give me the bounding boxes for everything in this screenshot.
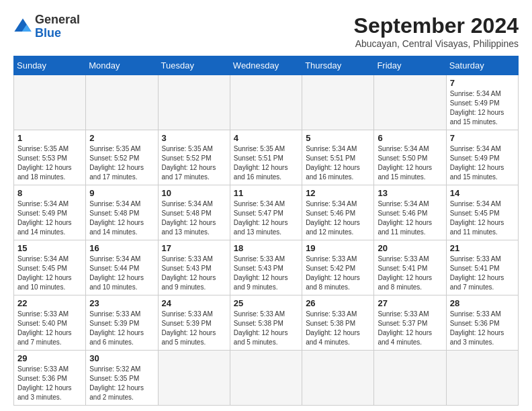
day-number: 13 [378,188,442,198]
logo-text: General Blue [35,13,80,40]
week-row: 8Sunrise: 5:34 AMSunset: 5:49 PMDaylight… [14,185,519,240]
day-number: 18 [234,243,298,253]
calendar-cell: 12Sunrise: 5:34 AMSunset: 5:46 PMDayligh… [302,185,374,240]
calendar-cell [302,75,374,130]
day-detail: Sunrise: 5:35 AMSunset: 5:52 PMDaylight:… [162,144,226,182]
weekday-header: Saturday [446,56,518,75]
day-number: 25 [234,298,298,308]
day-detail: Sunrise: 5:34 AMSunset: 5:49 PMDaylight:… [17,199,82,237]
day-detail: Sunrise: 5:33 AMSunset: 5:39 PMDaylight:… [89,310,154,347]
day-number: 12 [306,188,370,198]
day-number: 8 [17,188,82,198]
calendar-cell: 9Sunrise: 5:34 AMSunset: 5:48 PMDaylight… [86,185,158,240]
calendar-cell: 27Sunrise: 5:33 AMSunset: 5:37 PMDayligh… [374,295,446,351]
day-number: 9 [89,188,154,198]
calendar-cell: 15Sunrise: 5:34 AMSunset: 5:45 PMDayligh… [14,240,86,295]
day-detail: Sunrise: 5:33 AMSunset: 5:41 PMDaylight:… [450,255,515,292]
day-detail: Sunrise: 5:34 AMSunset: 5:50 PMDaylight:… [378,144,442,182]
day-detail: Sunrise: 5:35 AMSunset: 5:53 PMDaylight:… [17,144,82,182]
day-number: 2 [89,133,154,143]
day-number: 23 [89,298,154,308]
week-row: 7Sunrise: 5:34 AMSunset: 5:49 PMDaylight… [14,75,519,130]
calendar-cell [158,75,230,130]
calendar-cell: 28Sunrise: 5:33 AMSunset: 5:36 PMDayligh… [446,295,518,351]
day-number: 21 [450,243,515,253]
calendar-cell [86,75,158,130]
week-row: 15Sunrise: 5:34 AMSunset: 5:45 PMDayligh… [14,240,519,295]
day-detail: Sunrise: 5:33 AMSunset: 5:37 PMDaylight:… [378,310,442,347]
calendar-cell: 7Sunrise: 5:34 AMSunset: 5:49 PMDaylight… [446,75,518,130]
day-number: 15 [17,243,82,253]
day-detail: Sunrise: 5:33 AMSunset: 5:38 PMDaylight:… [306,310,370,347]
calendar-cell: 26Sunrise: 5:33 AMSunset: 5:38 PMDayligh… [302,295,374,351]
calendar-cell: 6Sunrise: 5:34 AMSunset: 5:50 PMDaylight… [374,130,446,185]
day-number: 3 [162,133,226,143]
day-detail: Sunrise: 5:34 AMSunset: 5:48 PMDaylight:… [162,199,226,237]
day-detail: Sunrise: 5:35 AMSunset: 5:52 PMDaylight:… [89,144,154,182]
week-row: 22Sunrise: 5:33 AMSunset: 5:40 PMDayligh… [14,295,519,351]
calendar-cell: 7Sunrise: 5:34 AMSunset: 5:49 PMDaylight… [446,130,518,185]
day-number: 11 [234,188,298,198]
day-number: 27 [378,298,442,308]
day-number: 1 [17,133,82,143]
day-number: 7 [450,133,515,143]
title-area: September 2024 Abucayan, Central Visayas… [354,13,519,49]
calendar-cell: 1Sunrise: 5:35 AMSunset: 5:53 PMDaylight… [14,130,86,185]
day-detail: Sunrise: 5:34 AMSunset: 5:45 PMDaylight:… [450,199,515,237]
weekday-header: Monday [86,56,158,75]
weekday-header: Thursday [302,56,374,75]
calendar-cell: 8Sunrise: 5:34 AMSunset: 5:49 PMDaylight… [14,185,86,240]
calendar-cell: 5Sunrise: 5:34 AMSunset: 5:51 PMDaylight… [302,130,374,185]
day-detail: Sunrise: 5:35 AMSunset: 5:51 PMDaylight:… [234,144,298,182]
day-number: 16 [89,243,154,253]
calendar-cell: 11Sunrise: 5:34 AMSunset: 5:47 PMDayligh… [230,185,302,240]
weekday-header: Wednesday [230,56,302,75]
calendar-cell: 18Sunrise: 5:33 AMSunset: 5:43 PMDayligh… [230,240,302,295]
calendar-cell: 23Sunrise: 5:33 AMSunset: 5:39 PMDayligh… [86,295,158,351]
week-row: 1Sunrise: 5:35 AMSunset: 5:53 PMDaylight… [14,130,519,185]
day-number: 30 [89,353,154,363]
calendar-cell [230,351,302,406]
calendar-cell: 3Sunrise: 5:35 AMSunset: 5:52 PMDaylight… [158,130,230,185]
logo: General Blue [13,13,80,40]
calendar-cell: 13Sunrise: 5:34 AMSunset: 5:46 PMDayligh… [374,185,446,240]
day-number: 22 [17,298,82,308]
day-number: 20 [378,243,442,253]
day-detail: Sunrise: 5:34 AMSunset: 5:46 PMDaylight:… [306,199,370,237]
day-number: 24 [162,298,226,308]
day-number: 17 [162,243,226,253]
calendar-cell: 17Sunrise: 5:33 AMSunset: 5:43 PMDayligh… [158,240,230,295]
calendar-cell: 30Sunrise: 5:32 AMSunset: 5:35 PMDayligh… [86,351,158,406]
day-detail: Sunrise: 5:33 AMSunset: 5:36 PMDaylight:… [450,310,515,347]
day-detail: Sunrise: 5:33 AMSunset: 5:41 PMDaylight:… [378,255,442,292]
day-detail: Sunrise: 5:33 AMSunset: 5:36 PMDaylight:… [17,365,82,402]
calendar-cell [14,75,86,130]
day-number: 7 [450,78,515,88]
calendar-cell [302,351,374,406]
weekday-header: Sunday [14,56,86,75]
calendar-cell: 29Sunrise: 5:33 AMSunset: 5:36 PMDayligh… [14,351,86,406]
month-year: September 2024 [354,13,519,38]
day-number: 19 [306,243,370,253]
weekday-header: Friday [374,56,446,75]
day-detail: Sunrise: 5:33 AMSunset: 5:42 PMDaylight:… [306,255,370,292]
location: Abucayan, Central Visayas, Philippines [354,38,519,49]
day-detail: Sunrise: 5:33 AMSunset: 5:40 PMDaylight:… [17,310,82,347]
calendar-cell: 14Sunrise: 5:34 AMSunset: 5:45 PMDayligh… [446,185,518,240]
day-detail: Sunrise: 5:34 AMSunset: 5:49 PMDaylight:… [450,89,515,127]
calendar-cell [374,75,446,130]
calendar-cell: 21Sunrise: 5:33 AMSunset: 5:41 PMDayligh… [446,240,518,295]
day-number: 6 [378,133,442,143]
day-detail: Sunrise: 5:34 AMSunset: 5:44 PMDaylight:… [89,255,154,292]
calendar-cell: 24Sunrise: 5:33 AMSunset: 5:39 PMDayligh… [158,295,230,351]
day-detail: Sunrise: 5:33 AMSunset: 5:39 PMDaylight:… [162,310,226,347]
day-detail: Sunrise: 5:33 AMSunset: 5:38 PMDaylight:… [234,310,298,347]
weekday-header-row: SundayMondayTuesdayWednesdayThursdayFrid… [14,56,519,75]
calendar-cell: 22Sunrise: 5:33 AMSunset: 5:40 PMDayligh… [14,295,86,351]
calendar-cell: 4Sunrise: 5:35 AMSunset: 5:51 PMDaylight… [230,130,302,185]
calendar-cell: 2Sunrise: 5:35 AMSunset: 5:52 PMDaylight… [86,130,158,185]
day-number: 4 [234,133,298,143]
day-detail: Sunrise: 5:34 AMSunset: 5:51 PMDaylight:… [306,144,370,182]
calendar-cell: 19Sunrise: 5:33 AMSunset: 5:42 PMDayligh… [302,240,374,295]
day-detail: Sunrise: 5:34 AMSunset: 5:47 PMDaylight:… [234,199,298,237]
